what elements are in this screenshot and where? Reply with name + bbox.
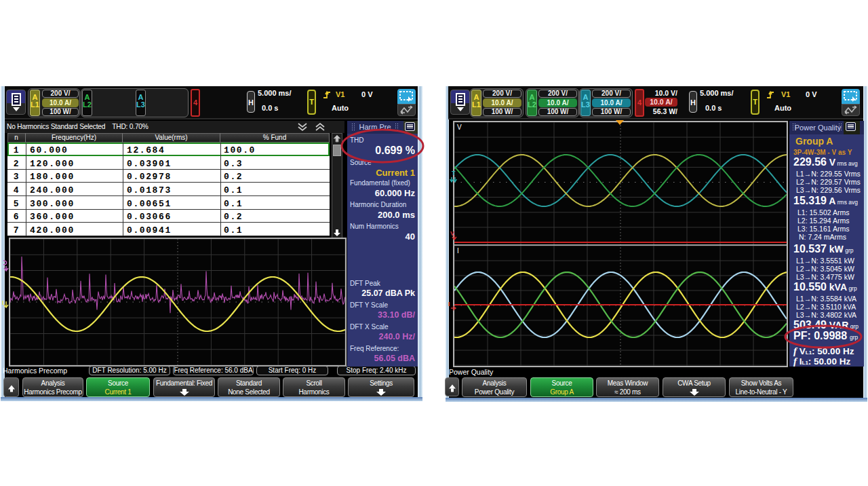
svg-text:I: I: [457, 247, 459, 255]
svg-text:I: I: [448, 301, 450, 307]
svg-text:I: I: [2, 299, 4, 306]
svg-text:T: T: [452, 170, 456, 176]
svg-text:V: V: [457, 124, 462, 131]
svg-text:V: V: [450, 230, 454, 237]
